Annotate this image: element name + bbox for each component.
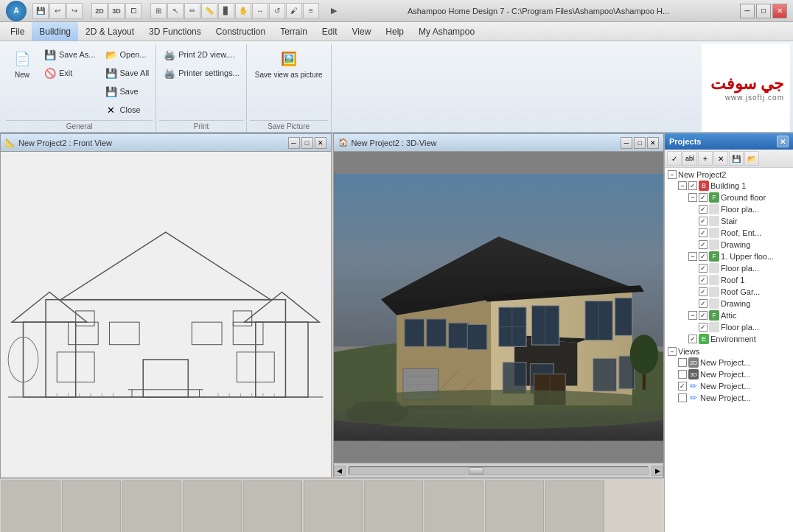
check-floor-plan3[interactable] bbox=[699, 323, 708, 332]
quick-access-icon-3[interactable]: ↪ bbox=[66, 3, 83, 19]
paint-tool[interactable]: 🖌 bbox=[286, 3, 302, 19]
3d-view-minimize[interactable]: ─ bbox=[621, 137, 632, 149]
new-button[interactable]: 📄 New bbox=[6, 46, 38, 83]
restore-btn[interactable]: □ bbox=[756, 4, 771, 18]
save-view-picture-button[interactable]: 🖼️ Save view as picture bbox=[250, 46, 328, 83]
measure-tool[interactable]: 📏 bbox=[201, 3, 217, 19]
front-view-minimize[interactable]: ─ bbox=[288, 137, 300, 149]
quick-access-icon-2[interactable]: ↩ bbox=[49, 3, 66, 19]
3d-view-close[interactable]: ✕ bbox=[647, 137, 659, 149]
check-stair[interactable] bbox=[699, 217, 708, 225]
check-floor-plan2[interactable] bbox=[699, 264, 708, 273]
check-attic[interactable] bbox=[699, 311, 708, 320]
draw-tool[interactable]: ✏ bbox=[184, 3, 200, 19]
tree-item-floor-plan1[interactable]: Floor pla... bbox=[666, 203, 792, 215]
print-2d-button[interactable]: 🖨️ Print 2D view.... bbox=[159, 46, 243, 63]
tree-item-ground-floor[interactable]: − F Ground floor bbox=[666, 192, 792, 203]
panel-load-btn[interactable]: 📂 bbox=[744, 151, 759, 166]
save-button[interactable]: 💾 Save bbox=[101, 83, 153, 100]
panel-save-btn[interactable]: 💾 bbox=[729, 151, 744, 166]
menu-construction[interactable]: Construction bbox=[209, 22, 273, 41]
view-3d-btn[interactable]: 3D bbox=[108, 3, 125, 19]
tree-item-drawing1[interactable]: Drawing bbox=[666, 239, 792, 251]
tree-item-roof-gar[interactable]: Roof Gar... bbox=[666, 286, 792, 298]
printer-settings-button[interactable]: 🖨️ Printer settings... bbox=[159, 64, 243, 82]
tree-item-drawing2[interactable]: Drawing bbox=[666, 298, 792, 309]
view-iso-btn[interactable]: ⧠ bbox=[125, 3, 142, 19]
panel-add-btn[interactable]: + bbox=[698, 151, 713, 166]
expand-project[interactable]: − bbox=[668, 170, 677, 179]
3d-view-restore[interactable]: □ bbox=[634, 137, 646, 149]
close-btn[interactable]: ✕ bbox=[772, 4, 787, 18]
scrollbar-thumb[interactable] bbox=[469, 467, 483, 475]
more-tool[interactable]: ≡ bbox=[303, 3, 319, 19]
expand-views[interactable]: − bbox=[668, 347, 677, 356]
menu-edit[interactable]: Edit bbox=[315, 22, 345, 41]
tree-item-stair[interactable]: Stair bbox=[666, 215, 792, 227]
tree-item-views[interactable]: − Views bbox=[666, 346, 792, 357]
expand-building1[interactable]: − bbox=[678, 181, 687, 190]
grid-tool[interactable]: ⊞ bbox=[150, 3, 167, 19]
exit-button[interactable]: 🚫 Exit bbox=[40, 64, 99, 82]
tree-item-floor-plan3[interactable]: Floor pla... bbox=[666, 321, 792, 333]
tree-item-environment[interactable]: E Environment bbox=[666, 333, 792, 345]
close-button[interactable]: ✕ Close bbox=[101, 101, 153, 119]
save-as-button[interactable]: 💾 Save As... bbox=[40, 46, 99, 63]
quick-access-icon-1[interactable]: 💾 bbox=[32, 3, 49, 19]
front-view-restore[interactable]: □ bbox=[301, 137, 313, 149]
check-pen-view2[interactable] bbox=[678, 393, 687, 402]
check-3d-view[interactable] bbox=[678, 370, 687, 379]
check-roof-ent[interactable] bbox=[699, 228, 708, 237]
menu-file[interactable]: File bbox=[3, 22, 32, 41]
tree-item-attic[interactable]: − F Attic bbox=[666, 309, 792, 321]
check-drawing1[interactable] bbox=[699, 240, 708, 249]
menu-3d-functions[interactable]: 3D Functions bbox=[142, 22, 209, 41]
rotate-tool[interactable]: ↺ bbox=[269, 3, 285, 19]
3d-view-scrollbar[interactable]: ◀ ▶ bbox=[334, 463, 664, 477]
tree-item-project[interactable]: − New Project2 bbox=[666, 169, 792, 180]
check-pen-view1[interactable] bbox=[678, 382, 687, 391]
check-floor-plan1[interactable] bbox=[699, 205, 708, 214]
check-ground-floor[interactable] bbox=[699, 193, 708, 202]
tree-item-floor-plan2[interactable]: Floor pla... bbox=[666, 262, 792, 274]
minimize-btn[interactable]: ─ bbox=[740, 4, 755, 18]
projects-panel-close[interactable]: ✕ bbox=[777, 136, 789, 147]
view-2d-btn[interactable]: 2D bbox=[91, 3, 108, 19]
check-environment[interactable] bbox=[688, 335, 697, 343]
bar-tool[interactable]: ▊ bbox=[218, 3, 234, 19]
save-all-button[interactable]: 💾 Save All bbox=[101, 64, 153, 82]
pan-tool[interactable]: ✋ bbox=[235, 3, 251, 19]
menu-my-ashampoo[interactable]: My Ashampoo bbox=[411, 22, 482, 41]
open-button[interactable]: 📂 Open... bbox=[101, 46, 153, 63]
check-roof1[interactable] bbox=[699, 276, 708, 284]
tree-item-2d-view[interactable]: 2D New Project... bbox=[666, 357, 792, 368]
check-drawing2[interactable] bbox=[699, 299, 708, 308]
move-tool[interactable]: ↔ bbox=[252, 3, 268, 19]
tree-item-upper-floor[interactable]: − F 1. Upper floo... bbox=[666, 251, 792, 262]
tree-item-3d-view[interactable]: 3D New Project... bbox=[666, 368, 792, 380]
check-building1[interactable] bbox=[688, 181, 697, 190]
expand-ground-floor[interactable]: − bbox=[688, 193, 697, 202]
panel-del-btn[interactable]: ✕ bbox=[713, 151, 728, 166]
menu-help[interactable]: Help bbox=[378, 22, 411, 41]
expand-attic[interactable]: − bbox=[688, 311, 697, 320]
panel-check-btn[interactable]: ✓ bbox=[667, 151, 682, 166]
check-roof-gar[interactable] bbox=[699, 287, 708, 296]
select-tool[interactable]: ↖ bbox=[167, 3, 184, 19]
tree-item-building1[interactable]: − B Building 1 bbox=[666, 180, 792, 192]
scrollbar-left-btn[interactable]: ◀ bbox=[334, 466, 346, 476]
tree-item-roof-ent[interactable]: Roof, Ent... bbox=[666, 227, 792, 239]
menu-view[interactable]: View bbox=[345, 22, 379, 41]
expand-upper-floor[interactable]: − bbox=[688, 252, 697, 261]
check-2d-view[interactable] bbox=[678, 358, 687, 367]
tree-item-pen-view1[interactable]: ✏ New Project... bbox=[666, 380, 792, 392]
menu-2d-layout[interactable]: 2D & Layout bbox=[78, 22, 142, 41]
scrollbar-right-btn[interactable]: ▶ bbox=[651, 466, 663, 476]
menu-building[interactable]: Building bbox=[32, 22, 78, 41]
panel-text-btn[interactable]: abl bbox=[682, 151, 697, 166]
front-view-close[interactable]: ✕ bbox=[315, 137, 326, 149]
tree-item-roof1[interactable]: Roof 1 bbox=[666, 274, 792, 286]
menu-terrain[interactable]: Terrain bbox=[273, 22, 315, 41]
check-upper-floor[interactable] bbox=[699, 252, 708, 261]
tree-item-pen-view2[interactable]: ✏ New Project... bbox=[666, 392, 792, 404]
